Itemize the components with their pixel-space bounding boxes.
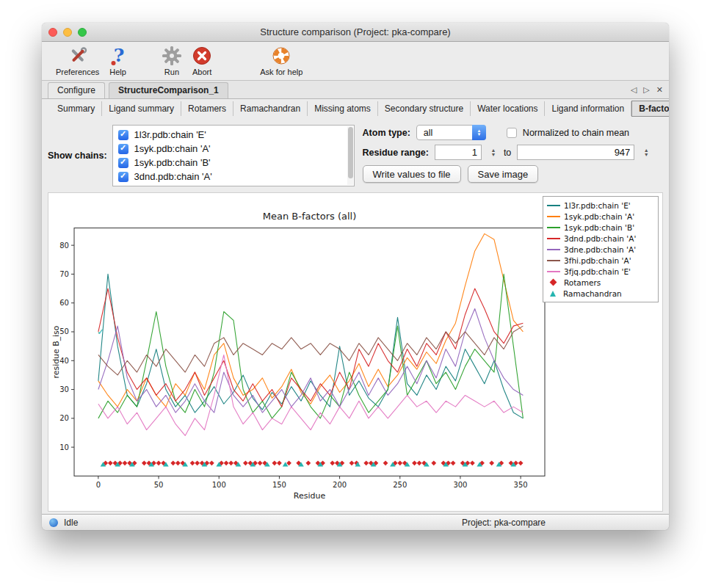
subtab-ligand-summary[interactable]: Ligand summary: [102, 101, 181, 116]
subtab-summary[interactable]: Summary: [51, 101, 102, 116]
chain-list[interactable]: 1l3r.pdb:chain 'E' 1syk.pdb:chain 'A' 1s…: [112, 125, 355, 186]
chain-label: 3dnd.pdb:chain 'A': [134, 171, 212, 182]
svg-text:30: 30: [59, 385, 69, 393]
save-image-button[interactable]: Save image: [468, 165, 539, 183]
app-window: Structure comparison (Project: pka-compa…: [42, 23, 669, 530]
atom-type-select[interactable]: all ▲▼: [416, 125, 486, 140]
normalized-checkbox[interactable]: [507, 128, 517, 138]
subtab-secondary-structure[interactable]: Secondary structure: [378, 101, 471, 116]
run-button[interactable]: Run: [156, 45, 187, 76]
abort-button[interactable]: Abort: [187, 45, 217, 76]
help-button[interactable]: ? Help: [104, 45, 131, 76]
ask-for-help-label: Ask for help: [260, 68, 303, 76]
legend-entry: 3fhi.pdb:chain 'A': [547, 255, 654, 266]
legend-entry: 3fjq.pdb:chain 'E': [547, 266, 654, 277]
normalized-label: Normalized to chain mean: [523, 128, 629, 138]
residue-to-input[interactable]: [517, 145, 634, 160]
zoom-window-button[interactable]: [78, 28, 87, 37]
svg-text:50: 50: [154, 481, 164, 489]
bfactor-chart-panel: 0501001502002503003501020304050607080Mea…: [48, 192, 663, 512]
close-window-button[interactable]: [48, 28, 57, 37]
help-label: Help: [109, 68, 126, 76]
tab-structure-comparison-1[interactable]: StructureComparison_1: [109, 82, 228, 98]
chain-checkbox[interactable]: [118, 158, 128, 168]
svg-text:Residue: Residue: [294, 491, 326, 501]
chain-label: 1syk.pdb:chain 'B': [134, 157, 211, 168]
run-label: Run: [164, 68, 179, 76]
stepper-updown-icon[interactable]: ▲▼: [489, 145, 498, 160]
toolbar: Preferences ? Help: [42, 42, 669, 81]
chart-legend: 1l3r.pdb:chain 'E'1syk.pdb:chain 'A'1syk…: [543, 196, 659, 302]
legend-entry: 1syk.pdb:chain 'A': [547, 211, 654, 222]
svg-text:10: 10: [59, 443, 69, 451]
atom-type-value: all: [424, 128, 433, 138]
subtab-ramachandran[interactable]: Ramachandran: [233, 101, 308, 116]
title-bar[interactable]: Structure comparison (Project: pka-compa…: [42, 23, 669, 42]
chain-checkbox[interactable]: [118, 130, 128, 140]
legend-entry: 3dne.pdb:chain 'A': [547, 244, 654, 255]
lifebuoy-icon: [272, 45, 291, 67]
legend-entry: Rotamers: [547, 277, 654, 288]
bfactor-controls: Show chains: 1l3r.pdb:chain 'E' 1syk.pdb…: [42, 118, 669, 192]
chain-list-scrollbar[interactable]: [347, 126, 353, 185]
legend-entry: Ramachandran: [547, 288, 654, 299]
task-tab-bar: Configure StructureComparison_1 ◁ ▷ ✕: [42, 81, 669, 99]
tab-next-icon[interactable]: ▷: [643, 85, 649, 95]
to-label: to: [504, 148, 511, 158]
chain-label: 1syk.pdb:chain 'A': [134, 143, 211, 154]
svg-text:60: 60: [59, 299, 69, 307]
tab-prev-icon[interactable]: ◁: [631, 85, 637, 95]
chain-row[interactable]: 3dnd.pdb:chain 'A': [113, 170, 354, 184]
write-values-button[interactable]: Write values to file: [363, 165, 461, 183]
stepper-updown-icon[interactable]: ▲▼: [642, 145, 651, 160]
svg-text:300: 300: [453, 481, 467, 489]
chain-checkbox[interactable]: [118, 144, 128, 154]
svg-text:20: 20: [59, 414, 69, 422]
legend-entry: 1l3r.pdb:chain 'E': [547, 200, 654, 211]
abort-label: Abort: [192, 68, 211, 76]
svg-text:50: 50: [59, 328, 69, 336]
legend-entry: 1syk.pdb:chain 'B': [547, 222, 654, 233]
residue-range-label: Residue range:: [363, 148, 429, 158]
tab-configure[interactable]: Configure: [48, 82, 105, 98]
chain-label: 1l3r.pdb:chain 'E': [134, 129, 206, 140]
subtab-water-locations[interactable]: Water locations: [471, 101, 545, 116]
status-text: Idle: [64, 518, 78, 528]
window-controls: [48, 28, 87, 37]
svg-text:150: 150: [272, 481, 286, 489]
svg-text:70: 70: [59, 270, 69, 278]
svg-text:0: 0: [96, 481, 101, 489]
subtab-rotamers[interactable]: Rotamers: [181, 101, 233, 116]
svg-text:✓: ✓: [97, 327, 104, 337]
chain-row[interactable]: 1l3r.pdb:chain 'E': [113, 128, 354, 142]
show-chains-group: Show chains: 1l3r.pdb:chain 'E' 1syk.pdb…: [48, 125, 355, 186]
chain-row[interactable]: 1syk.pdb:chain 'B': [113, 156, 354, 170]
tab-close-icon[interactable]: ✕: [656, 85, 663, 95]
residue-from-input[interactable]: [435, 145, 482, 160]
subtab-missing-atoms[interactable]: Missing atoms: [308, 101, 378, 116]
atom-type-label: Atom type:: [363, 128, 410, 138]
status-indicator-icon: [49, 518, 58, 527]
preferences-button[interactable]: Preferences: [51, 45, 104, 76]
project-label: Project: pka-compare: [462, 518, 546, 528]
svg-text:residue B_iso: residue B_iso: [51, 325, 61, 378]
chain-row[interactable]: 1syk.pdb:chain 'A': [113, 142, 354, 156]
ask-for-help-button[interactable]: Ask for help: [255, 45, 308, 76]
subtab-ligand-information[interactable]: Ligand information: [545, 101, 631, 116]
tab-nav-controls: ◁ ▷ ✕: [631, 85, 663, 98]
chain-checkbox[interactable]: [118, 172, 128, 182]
svg-text:200: 200: [333, 481, 347, 489]
svg-text:350: 350: [514, 481, 528, 489]
subtab-b-factors[interactable]: B-factors: [631, 101, 669, 117]
report-tab-bar: Summary Ligand summary Rotamers Ramachan…: [42, 99, 669, 118]
status-bar: Idle Project: pka-compare: [42, 514, 669, 530]
show-chains-label: Show chains:: [48, 150, 107, 161]
tools-icon: [68, 45, 87, 67]
minimize-window-button[interactable]: [63, 28, 72, 37]
scrollbar-thumb[interactable]: [348, 127, 353, 178]
svg-text:250: 250: [393, 481, 407, 489]
chevron-updown-icon: ▲▼: [472, 125, 486, 140]
preferences-label: Preferences: [56, 68, 99, 76]
abort-icon: [192, 45, 211, 67]
gear-icon: [162, 45, 182, 67]
